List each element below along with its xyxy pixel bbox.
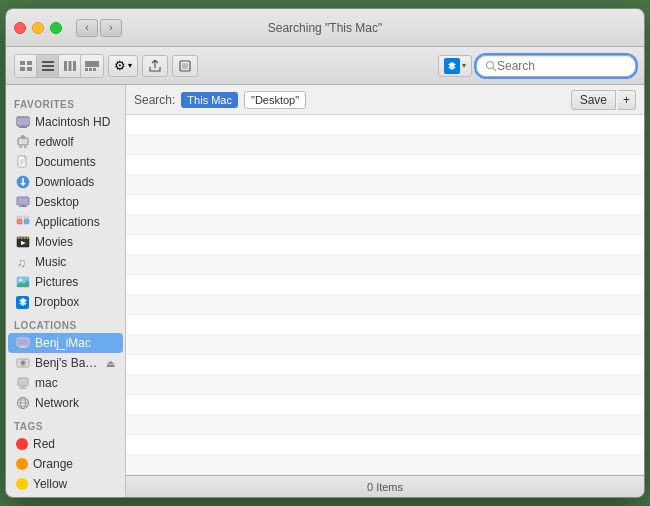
sidebar-item-dropbox[interactable]: Dropbox	[8, 292, 123, 312]
share-icon	[149, 60, 161, 72]
sidebar-item-redwolf[interactable]: redwolf	[8, 132, 123, 152]
table-row[interactable]	[126, 175, 644, 195]
benjs-backup-label: Benj's Backup	[35, 356, 101, 370]
gear-dropdown-arrow: ▾	[128, 61, 132, 70]
table-row[interactable]	[126, 215, 644, 235]
table-row[interactable]	[126, 335, 644, 355]
column-view-button[interactable]	[59, 55, 81, 77]
sidebar-item-music[interactable]: ♫ Music	[8, 252, 123, 272]
tag-orange-dot	[16, 458, 28, 470]
search-input[interactable]	[497, 59, 627, 73]
arrange-button[interactable]: ⚙ ▾	[108, 55, 138, 77]
svg-rect-9	[73, 61, 76, 71]
sidebar-item-applications[interactable]: Applications	[8, 212, 123, 232]
search-actions: Save +	[571, 90, 636, 110]
back-button[interactable]: ‹	[76, 19, 98, 37]
svg-point-25	[22, 136, 25, 139]
sidebar-item-documents[interactable]: Documents	[8, 152, 123, 172]
svg-rect-0	[20, 61, 25, 65]
table-row[interactable]	[126, 315, 644, 335]
svg-marker-17	[448, 65, 456, 70]
sidebar-item-benj-imac[interactable]: Benj_iMac	[8, 333, 123, 353]
search-field[interactable]	[476, 55, 636, 77]
fullscreen-icon	[179, 60, 191, 72]
eject-icon[interactable]: ⏏	[106, 358, 115, 369]
table-row[interactable]	[126, 155, 644, 175]
sidebar-section-locations: Locations	[6, 312, 125, 333]
downloads-icon	[16, 175, 30, 189]
table-row[interactable]	[126, 455, 644, 475]
search-token-desktop[interactable]: "Desktop"	[244, 91, 306, 109]
add-search-token-button[interactable]: +	[618, 90, 636, 110]
sidebar-item-network[interactable]: Network	[8, 393, 123, 413]
sidebar-item-movies[interactable]: Movies	[8, 232, 123, 252]
table-row[interactable]	[126, 115, 644, 135]
share-button[interactable]	[142, 55, 168, 77]
sidebar-item-downloads[interactable]: Downloads	[8, 172, 123, 192]
dropbox-sidebar-icon	[16, 296, 29, 309]
svg-rect-1	[27, 61, 32, 65]
close-button[interactable]	[14, 22, 26, 34]
table-row[interactable]	[126, 195, 644, 215]
redwolf-icon	[16, 135, 30, 149]
table-row[interactable]	[126, 395, 644, 415]
minimize-button[interactable]	[32, 22, 44, 34]
sidebar-item-tag-red[interactable]: Red	[8, 434, 123, 454]
list-view-button[interactable]	[37, 55, 59, 77]
svg-rect-3	[27, 67, 32, 71]
svg-rect-24	[18, 138, 28, 145]
table-row[interactable]	[126, 235, 644, 255]
svg-point-18	[487, 61, 494, 68]
network-icon	[16, 396, 30, 410]
svg-rect-7	[64, 61, 67, 71]
table-row[interactable]	[126, 295, 644, 315]
tag-orange-label: Orange	[33, 457, 73, 471]
macintosh-hd-icon	[16, 115, 30, 129]
table-row[interactable]	[126, 255, 644, 275]
search-token-this-mac[interactable]: This Mac	[181, 92, 238, 108]
nav-buttons: ‹ ›	[76, 19, 122, 37]
file-list[interactable]	[126, 115, 644, 475]
svg-rect-41	[17, 219, 22, 224]
svg-rect-2	[20, 67, 25, 71]
icon-view-button[interactable]	[15, 55, 37, 77]
table-row[interactable]	[126, 135, 644, 155]
content-area: Search: This Mac "Desktop" Save + 0 Item…	[126, 85, 644, 497]
downloads-label: Downloads	[35, 175, 94, 189]
dropbox-label: Dropbox	[34, 295, 79, 309]
maximize-button[interactable]	[50, 22, 62, 34]
redwolf-label: redwolf	[35, 135, 74, 149]
fullscreen-button[interactable]	[172, 55, 198, 77]
sidebar-item-macintosh-hd[interactable]: Macintosh HD	[8, 112, 123, 132]
view-button-group	[14, 54, 104, 78]
sidebar-item-benjs-backup[interactable]: Benj's Backup ⏏	[8, 353, 123, 373]
benj-imac-label: Benj_iMac	[35, 336, 91, 350]
sidebar-item-desktop[interactable]: Desktop	[8, 192, 123, 212]
documents-label: Documents	[35, 155, 96, 169]
sidebar-item-pictures[interactable]: Pictures	[8, 272, 123, 292]
svg-rect-58	[17, 338, 29, 346]
table-row[interactable]	[126, 375, 644, 395]
benj-imac-icon	[16, 336, 30, 350]
sidebar-item-tag-yellow[interactable]: Yellow	[8, 474, 123, 494]
table-row[interactable]	[126, 435, 644, 455]
traffic-lights	[14, 22, 62, 34]
dropbox-button[interactable]: ▾	[438, 55, 472, 77]
table-row[interactable]	[126, 275, 644, 295]
svg-rect-43	[17, 216, 22, 218]
gallery-view-button[interactable]	[81, 55, 103, 77]
sidebar-item-tag-orange[interactable]: Orange	[8, 454, 123, 474]
tag-red-label: Red	[33, 437, 55, 451]
sidebar-item-mac[interactable]: mac	[8, 373, 123, 393]
save-button[interactable]: Save	[571, 90, 616, 110]
toolbar: ⚙ ▾ ▾	[6, 47, 644, 85]
applications-icon	[16, 215, 30, 229]
music-label: Music	[35, 255, 66, 269]
svg-rect-28	[19, 147, 22, 148]
table-row[interactable]	[126, 415, 644, 435]
svg-rect-49	[24, 238, 26, 239]
sidebar-item-tag-green[interactable]: Green	[8, 494, 123, 497]
pictures-label: Pictures	[35, 275, 78, 289]
forward-button[interactable]: ›	[100, 19, 122, 37]
table-row[interactable]	[126, 355, 644, 375]
